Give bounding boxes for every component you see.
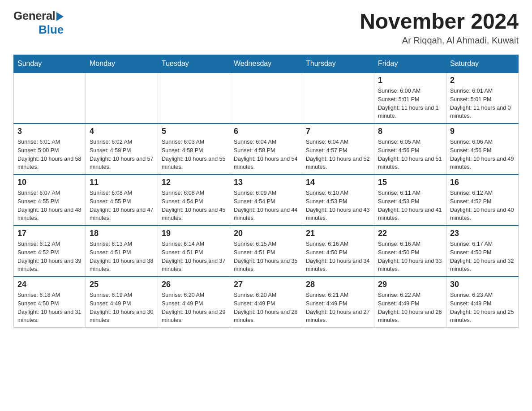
day-cell: 8Sunrise: 6:05 AMSunset: 4:56 PMDaylight… <box>374 124 446 175</box>
day-info: Sunrise: 6:17 AMSunset: 4:50 PMDaylight:… <box>450 240 515 274</box>
day-number: 2 <box>450 76 515 85</box>
day-cell: 20Sunrise: 6:15 AMSunset: 4:51 PMDayligh… <box>230 226 302 277</box>
day-info: Sunrise: 6:14 AMSunset: 4:51 PMDaylight:… <box>162 240 226 274</box>
day-cell: 7Sunrise: 6:04 AMSunset: 4:57 PMDaylight… <box>302 124 374 175</box>
day-number: 8 <box>378 127 442 136</box>
day-cell: 14Sunrise: 6:10 AMSunset: 4:53 PMDayligh… <box>302 175 374 226</box>
day-number: 18 <box>90 229 154 238</box>
day-number: 14 <box>306 178 370 187</box>
day-cell: 23Sunrise: 6:17 AMSunset: 4:50 PMDayligh… <box>446 226 519 277</box>
day-cell: 27Sunrise: 6:20 AMSunset: 4:49 PMDayligh… <box>230 277 302 328</box>
day-info: Sunrise: 6:01 AMSunset: 5:00 PMDaylight:… <box>17 138 82 171</box>
day-number: 6 <box>234 127 298 136</box>
title-section: November 2024 Ar Riqqah, Al Ahmadi, Kuwa… <box>360 9 519 46</box>
day-info: Sunrise: 6:15 AMSunset: 4:51 PMDaylight:… <box>234 240 298 274</box>
day-cell: 17Sunrise: 6:12 AMSunset: 4:52 PMDayligh… <box>14 226 86 277</box>
day-cell: 24Sunrise: 6:18 AMSunset: 4:50 PMDayligh… <box>14 277 86 328</box>
day-info: Sunrise: 6:01 AMSunset: 5:01 PMDaylight:… <box>450 87 515 120</box>
day-number: 7 <box>306 127 370 136</box>
day-info: Sunrise: 6:06 AMSunset: 4:56 PMDaylight:… <box>450 138 515 171</box>
day-cell: 19Sunrise: 6:14 AMSunset: 4:51 PMDayligh… <box>158 226 230 277</box>
day-number: 24 <box>17 280 82 289</box>
day-info: Sunrise: 6:19 AMSunset: 4:49 PMDaylight:… <box>90 291 154 325</box>
day-number: 30 <box>450 280 515 289</box>
day-cell: 10Sunrise: 6:07 AMSunset: 4:55 PMDayligh… <box>14 175 86 226</box>
week-row-4: 17Sunrise: 6:12 AMSunset: 4:52 PMDayligh… <box>14 226 519 277</box>
day-info: Sunrise: 6:08 AMSunset: 4:54 PMDaylight:… <box>162 189 226 223</box>
day-number: 26 <box>162 280 226 289</box>
day-cell: 21Sunrise: 6:16 AMSunset: 4:50 PMDayligh… <box>302 226 374 277</box>
day-info: Sunrise: 6:12 AMSunset: 4:52 PMDaylight:… <box>17 240 82 274</box>
day-cell: 4Sunrise: 6:02 AMSunset: 4:59 PMDaylight… <box>86 124 158 175</box>
day-cell: 2Sunrise: 6:01 AMSunset: 5:01 PMDaylight… <box>446 73 519 124</box>
day-cell <box>86 73 158 124</box>
day-number: 15 <box>378 178 442 187</box>
day-info: Sunrise: 6:16 AMSunset: 4:50 PMDaylight:… <box>378 240 442 274</box>
day-cell: 13Sunrise: 6:09 AMSunset: 4:54 PMDayligh… <box>230 175 302 226</box>
col-monday: Monday <box>86 55 158 73</box>
day-info: Sunrise: 6:13 AMSunset: 4:51 PMDaylight:… <box>90 240 154 274</box>
week-row-3: 10Sunrise: 6:07 AMSunset: 4:55 PMDayligh… <box>14 175 519 226</box>
day-info: Sunrise: 6:21 AMSunset: 4:49 PMDaylight:… <box>306 291 370 325</box>
day-cell <box>230 73 302 124</box>
day-number: 1 <box>378 76 442 85</box>
day-cell: 26Sunrise: 6:20 AMSunset: 4:49 PMDayligh… <box>158 277 230 328</box>
day-number: 27 <box>234 280 298 289</box>
day-number: 29 <box>378 280 442 289</box>
day-cell: 5Sunrise: 6:03 AMSunset: 4:58 PMDaylight… <box>158 124 230 175</box>
day-cell: 12Sunrise: 6:08 AMSunset: 4:54 PMDayligh… <box>158 175 230 226</box>
col-saturday: Saturday <box>446 55 519 73</box>
col-thursday: Thursday <box>302 55 374 73</box>
day-number: 11 <box>90 178 154 187</box>
day-number: 5 <box>162 127 226 136</box>
day-number: 13 <box>234 178 298 187</box>
col-wednesday: Wednesday <box>230 55 302 73</box>
day-info: Sunrise: 6:20 AMSunset: 4:49 PMDaylight:… <box>162 291 226 325</box>
day-info: Sunrise: 6:04 AMSunset: 4:58 PMDaylight:… <box>234 138 298 171</box>
col-tuesday: Tuesday <box>158 55 230 73</box>
day-cell: 16Sunrise: 6:12 AMSunset: 4:52 PMDayligh… <box>446 175 519 226</box>
day-number: 16 <box>450 178 515 187</box>
day-number: 9 <box>450 127 515 136</box>
day-cell: 1Sunrise: 6:00 AMSunset: 5:01 PMDaylight… <box>374 73 446 124</box>
day-info: Sunrise: 6:08 AMSunset: 4:55 PMDaylight:… <box>90 189 154 223</box>
day-cell: 28Sunrise: 6:21 AMSunset: 4:49 PMDayligh… <box>302 277 374 328</box>
day-info: Sunrise: 6:02 AMSunset: 4:59 PMDaylight:… <box>90 138 154 171</box>
week-row-5: 24Sunrise: 6:18 AMSunset: 4:50 PMDayligh… <box>14 277 519 328</box>
day-info: Sunrise: 6:07 AMSunset: 4:55 PMDaylight:… <box>17 189 82 223</box>
day-number: 17 <box>17 229 82 238</box>
location-subtitle: Ar Riqqah, Al Ahmadi, Kuwait <box>360 35 519 46</box>
logo: General Blue <box>13 9 64 37</box>
day-number: 19 <box>162 229 226 238</box>
day-info: Sunrise: 6:09 AMSunset: 4:54 PMDaylight:… <box>234 189 298 223</box>
col-sunday: Sunday <box>14 55 86 73</box>
day-info: Sunrise: 6:00 AMSunset: 5:01 PMDaylight:… <box>378 87 442 120</box>
day-number: 4 <box>90 127 154 136</box>
day-cell: 30Sunrise: 6:23 AMSunset: 4:49 PMDayligh… <box>446 277 519 328</box>
day-cell: 25Sunrise: 6:19 AMSunset: 4:49 PMDayligh… <box>86 277 158 328</box>
calendar-table: Sunday Monday Tuesday Wednesday Thursday… <box>13 55 519 328</box>
day-cell: 29Sunrise: 6:22 AMSunset: 4:49 PMDayligh… <box>374 277 446 328</box>
day-number: 3 <box>17 127 82 136</box>
day-info: Sunrise: 6:12 AMSunset: 4:52 PMDaylight:… <box>450 189 515 223</box>
day-number: 25 <box>90 280 154 289</box>
day-number: 12 <box>162 178 226 187</box>
day-info: Sunrise: 6:05 AMSunset: 4:56 PMDaylight:… <box>378 138 442 171</box>
day-cell: 3Sunrise: 6:01 AMSunset: 5:00 PMDaylight… <box>14 124 86 175</box>
col-friday: Friday <box>374 55 446 73</box>
day-cell: 9Sunrise: 6:06 AMSunset: 4:56 PMDaylight… <box>446 124 519 175</box>
day-number: 22 <box>378 229 442 238</box>
day-cell <box>14 73 86 124</box>
day-cell: 22Sunrise: 6:16 AMSunset: 4:50 PMDayligh… <box>374 226 446 277</box>
week-row-2: 3Sunrise: 6:01 AMSunset: 5:00 PMDaylight… <box>14 124 519 175</box>
day-cell: 15Sunrise: 6:11 AMSunset: 4:53 PMDayligh… <box>374 175 446 226</box>
logo-general-text: General <box>13 9 55 23</box>
day-number: 10 <box>17 178 82 187</box>
day-cell: 11Sunrise: 6:08 AMSunset: 4:55 PMDayligh… <box>86 175 158 226</box>
day-info: Sunrise: 6:04 AMSunset: 4:57 PMDaylight:… <box>306 138 370 171</box>
day-cell <box>302 73 374 124</box>
day-number: 23 <box>450 229 515 238</box>
week-row-1: 1Sunrise: 6:00 AMSunset: 5:01 PMDaylight… <box>14 73 519 124</box>
day-number: 21 <box>306 229 370 238</box>
day-info: Sunrise: 6:16 AMSunset: 4:50 PMDaylight:… <box>306 240 370 274</box>
